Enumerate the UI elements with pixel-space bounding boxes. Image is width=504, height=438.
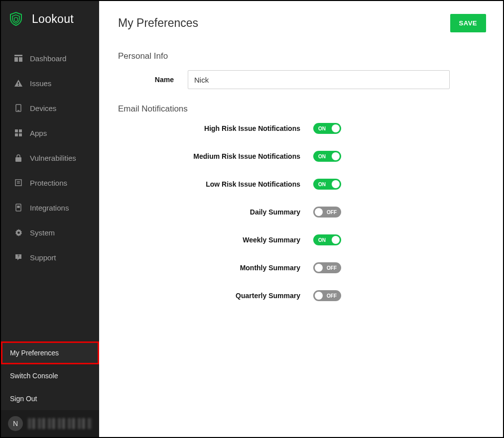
apps-icon [14, 128, 23, 137]
sidebar-item-label: Issues [30, 79, 51, 88]
sidebar-item-apps[interactable]: Apps [1, 120, 99, 145]
footer-nav: My Preferences Switch Console Sign Out N [1, 341, 99, 437]
email-notifications-section: Email Notifications High Risk Issue Noti… [118, 104, 486, 301]
svg-rect-12 [15, 180, 21, 186]
footer-item-switch-console[interactable]: Switch Console [1, 364, 99, 387]
svg-text:?: ? [17, 254, 19, 258]
notification-label: Weekly Summary [118, 236, 313, 244]
toggle-knob [332, 152, 340, 160]
sidebar-item-protections[interactable]: Protections [1, 170, 99, 195]
sidebar-item-label: Support [30, 253, 56, 262]
svg-rect-3 [18, 82, 19, 84]
svg-point-17 [17, 231, 20, 234]
sidebar-item-label: Protections [30, 179, 67, 187]
notification-row: Low Risk Issue NotificationsON [118, 179, 486, 190]
toggle-knob [315, 208, 323, 216]
logo[interactable]: Lookout [1, 1, 99, 37]
avatar-initial: N [13, 420, 18, 428]
notification-label: High Risk Issue Notifications [118, 124, 313, 132]
svg-rect-9 [15, 133, 18, 136]
shield-icon [12, 12, 25, 26]
sidebar-item-label: Integrations [30, 204, 69, 212]
save-button[interactable]: SAVE [450, 14, 486, 32]
avatar: N [8, 416, 23, 431]
integrations-icon [14, 203, 23, 212]
sidebar-item-support[interactable]: ? Support [1, 245, 99, 270]
section-title: Email Notifications [118, 104, 486, 114]
notification-label: Low Risk Issue Notifications [118, 180, 313, 188]
notification-row: Daily SummaryOFF [118, 207, 486, 218]
svg-rect-2 [19, 57, 22, 62]
name-input[interactable] [188, 70, 450, 89]
svg-rect-4 [18, 85, 19, 86]
svg-rect-16 [17, 206, 19, 208]
gear-icon [14, 228, 23, 237]
toggle-state-label: ON [318, 237, 326, 243]
notification-row: Weekly SummaryON [118, 234, 486, 245]
footer-label: Sign Out [10, 395, 37, 403]
page-title: My Preferences [118, 16, 198, 30]
notification-label: Daily Summary [118, 208, 313, 216]
warning-icon [14, 79, 23, 88]
toggle-state-label: ON [318, 182, 326, 187]
svg-rect-10 [19, 133, 22, 136]
main-nav: Dashboard Issues Devices Apps Vulnerabil… [1, 37, 99, 341]
sidebar-item-dashboard[interactable]: Dashboard [1, 46, 99, 71]
sidebar-item-integrations[interactable]: Integrations [1, 195, 99, 220]
dashboard-icon [14, 54, 23, 63]
toggle-switch[interactable]: OFF [313, 290, 341, 301]
toggle-switch[interactable]: ON [313, 151, 341, 162]
toggle-state-label: ON [318, 154, 326, 159]
notification-row: Medium Risk Issue NotificationsON [118, 151, 486, 162]
sidebar-item-label: Vulnerabilities [30, 154, 76, 162]
page-header: My Preferences SAVE [118, 14, 486, 32]
sidebar-item-label: Dashboard [30, 54, 66, 63]
footer-label: My Preferences [10, 349, 59, 357]
notification-row: Monthly SummaryOFF [118, 262, 486, 273]
notification-label: Quarterly Summary [118, 292, 313, 300]
sidebar-item-label: Apps [30, 129, 47, 137]
footer-label: Switch Console [10, 372, 58, 380]
svg-rect-8 [19, 129, 22, 132]
footer-item-sign-out[interactable]: Sign Out [1, 387, 99, 410]
toggle-switch[interactable]: OFF [313, 207, 341, 218]
toggle-switch[interactable]: ON [313, 123, 341, 134]
list-icon [14, 178, 23, 187]
svg-rect-7 [15, 129, 18, 132]
notification-row: Quarterly SummaryOFF [118, 290, 486, 301]
personal-info-section: Personal Info Name [118, 51, 486, 89]
svg-rect-1 [14, 57, 18, 62]
sidebar-item-vulnerabilities[interactable]: Vulnerabilities [1, 145, 99, 170]
toggle-switch[interactable]: OFF [313, 262, 341, 273]
toggle-knob [315, 292, 323, 300]
main-content: My Preferences SAVE Personal Info Name E… [99, 1, 503, 437]
lock-icon [14, 153, 23, 162]
footer-item-my-preferences[interactable]: My Preferences [1, 341, 99, 364]
sidebar: Lookout Dashboard Issues Devices Apps [1, 1, 99, 437]
name-label: Name [118, 76, 188, 84]
toggle-state-label: OFF [327, 265, 337, 271]
toggle-state-label: ON [318, 126, 326, 131]
sidebar-item-label: System [30, 228, 55, 237]
toggle-state-label: OFF [327, 293, 337, 299]
toggle-knob [332, 180, 340, 188]
name-row: Name [118, 70, 486, 89]
toggle-switch[interactable]: ON [313, 234, 341, 245]
device-icon [14, 104, 23, 112]
svg-rect-11 [15, 157, 21, 162]
user-name-redacted [28, 418, 92, 429]
toggle-state-label: OFF [327, 210, 337, 215]
sidebar-item-devices[interactable]: Devices [1, 96, 99, 120]
toggle-knob [332, 236, 340, 244]
notification-row: High Risk Issue NotificationsON [118, 123, 486, 134]
svg-rect-0 [14, 55, 22, 56]
toggle-knob [332, 124, 340, 132]
support-icon: ? [14, 253, 23, 262]
sidebar-item-system[interactable]: System [1, 220, 99, 245]
section-title: Personal Info [118, 51, 486, 61]
sidebar-item-label: Devices [30, 104, 56, 112]
toggle-switch[interactable]: ON [313, 179, 341, 190]
sidebar-item-issues[interactable]: Issues [1, 71, 99, 96]
toggle-knob [315, 264, 323, 272]
footer-user[interactable]: N [1, 410, 99, 437]
